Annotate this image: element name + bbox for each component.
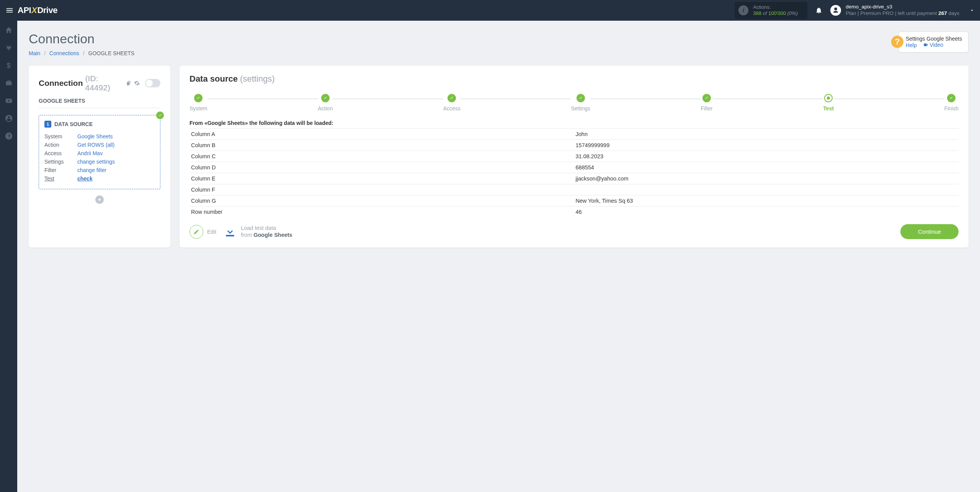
breadcrumb: Main / Connections / GOOGLE SHEETS (29, 50, 134, 56)
logo[interactable]: API X Drive (18, 5, 57, 15)
user-icon (832, 7, 839, 14)
notifications-icon[interactable] (815, 7, 823, 14)
edit-button[interactable]: Edit (189, 225, 216, 239)
data-source-box[interactable]: 1 DATA SOURCE SystemGoogle Sheets Action… (39, 115, 160, 189)
table-cell-value: 688554 (574, 162, 959, 173)
ds-access-key: Access (44, 150, 68, 156)
step-label: Filter (701, 105, 713, 112)
sidebar-home-icon[interactable] (5, 26, 13, 34)
help-question-icon: ? (891, 36, 903, 48)
ds-badge-label: DATA SOURCE (54, 121, 93, 127)
chevron-down-icon (969, 8, 975, 13)
data-source-card: Data source (settings) SystemActionAcces… (180, 66, 969, 248)
load-l2-from: from (241, 232, 252, 238)
step-connector (834, 98, 944, 99)
actions-pct: (0%) (787, 10, 798, 16)
ds-action-value[interactable]: Get ROWS (all) (77, 142, 114, 148)
check-icon (578, 96, 583, 100)
step-access[interactable]: Access (443, 94, 461, 112)
help-video-text: Video (930, 42, 944, 48)
user-name: demo_apix-drive_s3 (846, 4, 959, 10)
check-icon (158, 113, 162, 118)
hamburger-icon (5, 6, 14, 15)
user-menu[interactable]: demo_apix-drive_s3 Plan | Premium PRO | … (830, 4, 975, 17)
actions-label: Actions: (753, 4, 798, 10)
connection-toggle[interactable] (145, 79, 160, 87)
actions-text: Actions: 388 of 100'000 (0%) (753, 4, 798, 16)
load-test-data-button[interactable]: Load test data from Google Sheets (224, 225, 292, 238)
ds-system-key: System (44, 133, 68, 139)
ds-settings-value[interactable]: change settings (77, 159, 115, 165)
table-row: Column GNew York, Times Sq 63 (189, 195, 959, 207)
help-video-link[interactable]: Video (923, 42, 944, 48)
status-check-badge (156, 112, 164, 119)
ds-filter-value[interactable]: change filter (77, 167, 106, 173)
check-icon (323, 96, 328, 100)
step-test[interactable]: Test (823, 94, 834, 112)
continue-button[interactable]: Continue (900, 224, 959, 239)
sidebar-connections-icon[interactable] (5, 44, 13, 52)
load-l1: Load test data (241, 225, 292, 231)
step-action[interactable]: Action (318, 94, 333, 112)
main: Connection Main / Connections / GOOGLE S… (17, 21, 980, 492)
step-connector (333, 98, 443, 99)
step-system[interactable]: System (189, 94, 207, 112)
svg-text:?: ? (7, 133, 10, 139)
info-icon: i (738, 5, 748, 15)
menu-toggle[interactable] (5, 6, 14, 15)
logo-text-prefix: API (18, 5, 31, 15)
ds-test-value[interactable]: check (77, 175, 93, 182)
step-label: Finish (944, 105, 959, 112)
step-label: System (189, 105, 207, 112)
check-icon (704, 96, 709, 100)
copy-icon[interactable] (126, 80, 132, 86)
ds-system-value[interactable]: Google Sheets (77, 133, 113, 139)
video-icon (923, 43, 928, 47)
step-label: Test (823, 105, 834, 112)
logo-text-x: X (31, 5, 37, 15)
avatar (830, 5, 841, 16)
help-link[interactable]: Help (906, 42, 917, 48)
table-row: Row number46 (189, 207, 959, 218)
table-cell-key: Column E (189, 173, 574, 184)
add-step-button[interactable]: + (95, 195, 104, 204)
edit-label: Edit (207, 229, 216, 235)
table-cell-value: New York, Times Sq 63 (574, 195, 959, 207)
pencil-icon (193, 229, 199, 235)
step-label: Action (318, 105, 333, 112)
plan-days-word: days (948, 10, 959, 16)
sidebar-briefcase-icon[interactable] (5, 79, 13, 87)
table-cell-key: Column C (189, 151, 574, 162)
actions-total: 100'000 (768, 10, 786, 16)
table-row: Column AJohn (189, 129, 959, 140)
page-title: Connection (29, 31, 134, 46)
sidebar-video-icon[interactable] (5, 97, 13, 105)
breadcrumb-main[interactable]: Main (29, 50, 40, 56)
sidebar-account-icon[interactable] (5, 114, 13, 123)
step-filter[interactable]: Filter (701, 94, 713, 112)
help-card: ? Settings Google Sheets Help Video (898, 31, 969, 52)
user-info: demo_apix-drive_s3 Plan | Premium PRO | … (846, 4, 959, 17)
load-l2-src: Google Sheets (253, 232, 292, 238)
logo-text-suffix: Drive (37, 5, 57, 15)
ds-access-value[interactable]: Andrii Mav (77, 150, 103, 156)
sidebar-billing-icon[interactable]: $ (5, 61, 13, 70)
step-finish[interactable]: Finish (944, 94, 959, 112)
step-settings[interactable]: Settings (571, 94, 590, 112)
data-table: Column AJohnColumn B15749999999Column C3… (189, 128, 959, 217)
gear-icon[interactable] (134, 80, 140, 86)
connection-id: (ID: 44492) (85, 74, 124, 92)
table-cell-value: jjackson@yahoo.com (574, 173, 959, 184)
sidebar-help-icon[interactable]: ? (5, 132, 13, 140)
table-cell-key: Row number (189, 207, 574, 218)
table-row: Column D688554 (189, 162, 959, 173)
ds-test-key: Test (44, 175, 68, 182)
breadcrumb-connections[interactable]: Connections (49, 50, 79, 56)
ds-badge-number: 1 (44, 121, 51, 128)
right-title-sub: (settings) (240, 74, 274, 84)
ds-action-key: Action (44, 142, 68, 148)
table-cell-value (574, 184, 959, 195)
actions-counter[interactable]: i Actions: 388 of 100'000 (0%) (735, 2, 807, 18)
table-row: Column F (189, 184, 959, 195)
check-icon (449, 96, 454, 100)
